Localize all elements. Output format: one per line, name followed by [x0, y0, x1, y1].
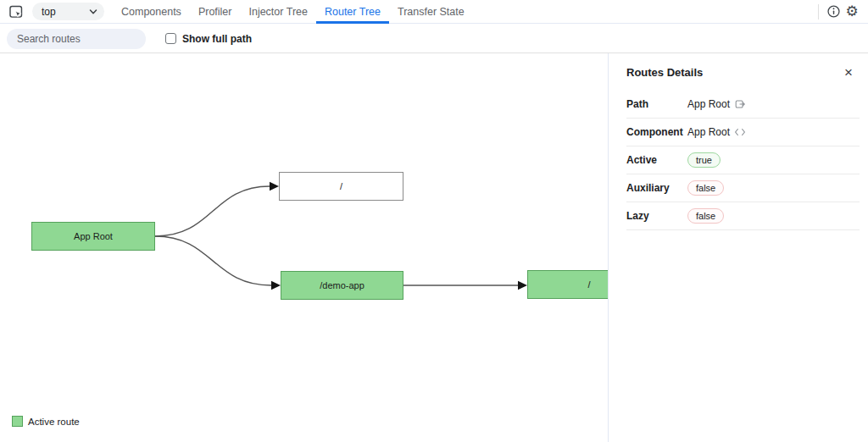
arrowhead [518, 281, 527, 290]
settings-button[interactable]: ⚙ [843, 3, 861, 21]
toolbar-divider [818, 4, 819, 19]
detail-label: Component [626, 126, 687, 138]
status-badge: false [687, 208, 724, 224]
router-tree-canvas[interactable]: App Root / /demo-app / Active route [0, 53, 609, 442]
search-input[interactable] [7, 29, 146, 49]
detail-value: App Root [687, 98, 730, 110]
tab-components[interactable]: Components [113, 0, 190, 24]
panel-header: Routes Details × [609, 53, 868, 91]
filter-bar: Show full path [0, 25, 868, 53]
tab-transfer-state[interactable]: Transfer State [389, 0, 473, 24]
detail-row-component: Component App Root [626, 119, 860, 146]
code-icon[interactable] [734, 127, 746, 137]
route-node-app-root[interactable]: App Root [31, 222, 155, 251]
chevron-down-icon [89, 8, 97, 16]
edge-approot-to-demoapp [155, 236, 271, 285]
route-node-demo-app[interactable]: /demo-app [281, 271, 403, 300]
navigate-icon[interactable] [734, 98, 746, 110]
detail-label: Lazy [626, 210, 687, 222]
show-full-path-label: Show full path [182, 33, 252, 45]
frame-selector-value: top [42, 6, 89, 18]
status-badge: true [687, 152, 721, 168]
tab-profiler[interactable]: Profiler [190, 0, 241, 24]
active-route-swatch [12, 416, 23, 427]
route-node-label: App Root [74, 231, 113, 241]
edge-approot-to-root [155, 186, 270, 236]
detail-value: App Root [687, 126, 730, 138]
main-toolbar: top Components Profiler Injector Tree Ro… [0, 0, 868, 24]
route-node-label: / [587, 279, 590, 290]
arrowhead [270, 182, 279, 191]
close-icon[interactable]: × [841, 65, 856, 80]
tab-router-tree[interactable]: Router Tree [316, 0, 389, 24]
active-route-label: Active route [28, 417, 80, 427]
arrowhead [271, 281, 281, 290]
info-icon [826, 4, 841, 19]
angular-devtools-app: top Components Profiler Injector Tree Ro… [0, 0, 868, 442]
detail-row-path: Path App Root [626, 91, 860, 119]
legend: Active route [12, 416, 80, 427]
detail-row-auxiliary: Auxiliary false [626, 174, 860, 202]
route-node-label: / [340, 181, 342, 191]
status-badge: false [687, 180, 724, 196]
show-full-path-checkbox[interactable] [165, 33, 176, 44]
route-node-label: /demo-app [320, 280, 364, 290]
frame-selector-dropdown[interactable]: top [32, 3, 104, 20]
info-button[interactable] [824, 3, 843, 21]
detail-label: Active [626, 154, 687, 166]
show-full-path-option[interactable]: Show full path [165, 33, 252, 45]
route-node-demo-app-slash[interactable]: / [527, 270, 609, 299]
panel-title: Routes Details [626, 66, 703, 79]
detail-label: Auxiliary [626, 182, 687, 194]
detail-row-lazy: Lazy false [626, 202, 860, 230]
tab-injector-tree[interactable]: Injector Tree [240, 0, 315, 24]
gear-icon: ⚙ [845, 4, 858, 19]
detail-row-active: Active true [626, 146, 860, 174]
detail-label: Path [626, 98, 687, 110]
routes-details-panel: Routes Details × Path App Root Component… [609, 53, 868, 442]
tab-bar: Components Profiler Injector Tree Router… [113, 0, 473, 24]
inspect-icon [8, 4, 24, 19]
inspect-element-button[interactable] [7, 3, 25, 21]
route-node-root-slash[interactable]: / [279, 172, 403, 201]
